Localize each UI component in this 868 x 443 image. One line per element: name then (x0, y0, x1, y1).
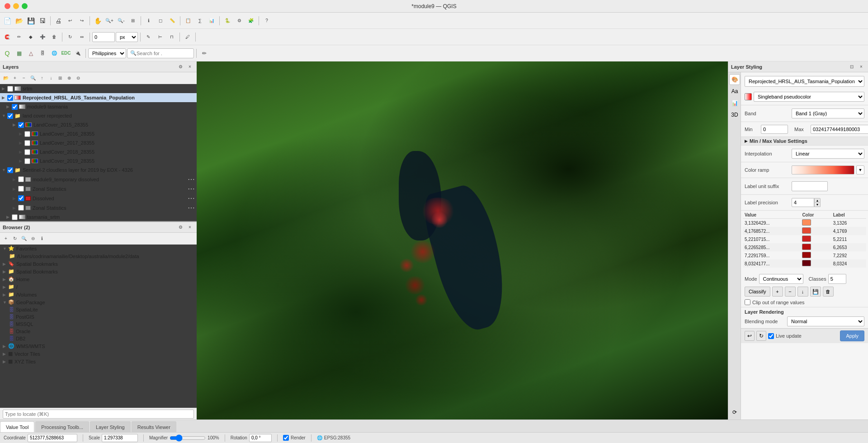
expand-zs1[interactable]: ▶ (13, 187, 18, 191)
browser-item-volumes[interactable]: ▶ 📁 /Volumes (0, 291, 197, 298)
digitize-btn[interactable]: ✎ (143, 32, 154, 42)
magnifier-slider[interactable] (170, 434, 206, 442)
measure-btn[interactable]: 📏 (167, 15, 178, 26)
color-ramp-bar[interactable] (792, 165, 854, 174)
styling-nav-3d-btn[interactable]: 3D (729, 109, 740, 120)
pan-btn[interactable]: ✋ (92, 15, 103, 26)
help-btn[interactable]: ? (261, 15, 272, 26)
layer-item-module9temp[interactable]: ▶ module9_temporary dissolved ⋯ (0, 174, 197, 184)
zs1-options[interactable]: ⋯ (188, 184, 195, 193)
statistics-btn[interactable]: 📊 (206, 15, 217, 26)
add-feature-btn[interactable]: ➕ (37, 32, 48, 42)
expand-all-btn[interactable]: ⊕ (65, 74, 73, 82)
checkbox-zs2[interactable] (18, 205, 24, 211)
color-swatch-3[interactable] (802, 236, 811, 242)
layer-item-reprojected[interactable]: ▶ Reprojected_HRSL_AUS_Tasmania_Populati… (0, 93, 197, 102)
precision-down-btn[interactable]: ▼ (814, 203, 821, 207)
color-ramp-dropdown-btn[interactable]: ▼ (856, 165, 864, 174)
browser-item-spatialite[interactable]: 🗄 SpatiaLite (0, 306, 197, 313)
layer-item-tasmania-srtm[interactable]: ▶ tasmania_srtm (0, 212, 197, 221)
checkbox-lc2015[interactable] (18, 122, 24, 128)
browser-item-mssql[interactable]: 🗄 MSSQL (0, 320, 197, 328)
zoom-full-btn[interactable]: ⊞ (127, 15, 138, 26)
zoom-out-btn[interactable]: 🔍- (116, 15, 127, 26)
classify-btn[interactable]: Classify (745, 287, 770, 297)
browser-item-favorites[interactable]: ▼ ⭐ Favorites (0, 245, 197, 252)
plugins-btn[interactable]: 🧩 (245, 15, 256, 26)
browser-settings-btn[interactable]: ⚙ (176, 223, 184, 231)
move-down-btn[interactable]: ↓ (47, 74, 55, 82)
layer-item-landcover2017[interactable]: ▶ LandCover_2017_28355 (0, 138, 197, 147)
m9temp-options[interactable]: ⋯ (188, 175, 195, 184)
expand-home[interactable]: ▶ (3, 277, 8, 282)
browser-info-btn[interactable]: ℹ (38, 235, 46, 243)
checkbox-lc2017[interactable] (24, 140, 30, 146)
expand-sentinel[interactable]: ▼ (2, 168, 7, 172)
precision-up-btn[interactable]: ▲ (814, 198, 821, 203)
apply-btn[interactable]: Apply (840, 330, 864, 341)
close-button[interactable] (5, 3, 10, 9)
expand-wms[interactable]: ▶ (3, 344, 8, 349)
styling-nav-paint-btn[interactable]: 🎨 (729, 74, 740, 85)
layer-item-landcover-group[interactable]: ▼ 📁 land cover reprojected (0, 111, 197, 120)
minimize-button[interactable] (13, 3, 19, 9)
interpolation-select[interactable]: Linear Discrete Exact (792, 149, 864, 159)
browser-item-users-path[interactable]: 📁 /Users/codrinamariailie/Desktop/austra… (0, 252, 197, 260)
color-swatch-6[interactable] (802, 260, 811, 266)
scale-input[interactable] (102, 434, 138, 442)
expand-vector-tiles[interactable]: ▶ (3, 352, 8, 356)
python-btn[interactable]: 🐍 (222, 15, 233, 26)
tab-value-tool[interactable]: Value Tool (0, 421, 34, 432)
save-color-btn[interactable]: 💾 (810, 287, 821, 297)
styling-dock-btn[interactable]: ⊡ (848, 63, 856, 71)
group-layers-btn[interactable]: ⊞ (56, 74, 64, 82)
expand-zs2[interactable]: ▶ (13, 206, 18, 210)
collapse-all-btn[interactable]: ⊖ (74, 74, 82, 82)
render-checkbox[interactable] (283, 435, 289, 441)
render-icon-1[interactable]: ↩ (745, 331, 755, 341)
layer-item-sentinel-group[interactable]: ▼ 📁 Sentinel-2 cloudless layer for 2019 … (0, 165, 197, 174)
search-input[interactable] (137, 51, 191, 56)
table-row[interactable]: 6,2265285... 6,2653 (743, 243, 866, 251)
load-color-btn[interactable]: ↓ (797, 287, 808, 297)
layers-settings-btn[interactable]: ⚙ (176, 63, 184, 71)
clear-btn[interactable]: 🗑 (823, 287, 834, 297)
field-edit-btn[interactable]: 🖊 (182, 32, 193, 42)
browser-item-geopackage[interactable]: ▼ 📦 GeoPackage (0, 298, 197, 306)
merge-btn[interactable]: ⊓ (166, 32, 177, 42)
clip-checkbox[interactable] (745, 299, 750, 305)
table-row[interactable]: 8,0324177... 8,0324 (743, 259, 866, 268)
browser-item-vector-tiles[interactable]: ▶ ▦ Vector Tiles (0, 350, 197, 358)
location-select[interactable]: Philippines Australia (88, 48, 126, 58)
print-btn[interactable]: 🖨 (53, 15, 64, 26)
rotation-input[interactable] (249, 434, 272, 442)
qgis-icon-btn[interactable]: Q (2, 48, 13, 59)
checkbox-lc2019[interactable] (24, 158, 30, 164)
browser-collapse-btn[interactable]: ⊖ (29, 235, 37, 243)
expand-spatial-bm[interactable]: ▶ (3, 262, 8, 266)
layer-item-module9[interactable]: ▶ module9 tasmania (0, 102, 197, 111)
checkbox-zs1[interactable] (18, 186, 24, 192)
edit-btn[interactable]: ✏ (14, 32, 24, 42)
styling-close-btn[interactable]: × (857, 63, 865, 71)
min-input[interactable] (761, 125, 788, 134)
expand-lc2015[interactable]: ▶ (13, 123, 18, 127)
expand-reprojected[interactable]: ▶ (2, 95, 7, 100)
color-swatch-2[interactable] (802, 227, 811, 234)
expand-lc2017[interactable]: ▶ (19, 141, 24, 145)
layer-item-landcover2016[interactable]: ▶ LandCover_2016_28355 (0, 129, 197, 138)
edc-btn[interactable]: EDC (61, 48, 71, 59)
vertex-btn[interactable]: ◆ (25, 32, 36, 42)
tab-layer-styling[interactable]: Layer Styling (90, 421, 131, 432)
layer-item-landcover2019[interactable]: ▶ LandCover_2019_28355 (0, 156, 197, 165)
save-as-btn[interactable]: 🖫 (37, 15, 48, 26)
open-project-btn[interactable]: 📂 (14, 15, 24, 26)
add-class-btn[interactable]: + (772, 287, 783, 297)
maximize-button[interactable] (22, 3, 28, 9)
styling-nav-diagram-btn[interactable]: 📊 (729, 98, 740, 108)
checkbox-landcover[interactable] (7, 113, 13, 119)
zoom-in-btn[interactable]: 🔍+ (104, 15, 115, 26)
expand-landcover[interactable]: ▼ (2, 113, 7, 118)
checkbox-sentinel[interactable] (7, 167, 13, 173)
table-row[interactable]: 4,1768572... 4,1769 (743, 227, 866, 235)
